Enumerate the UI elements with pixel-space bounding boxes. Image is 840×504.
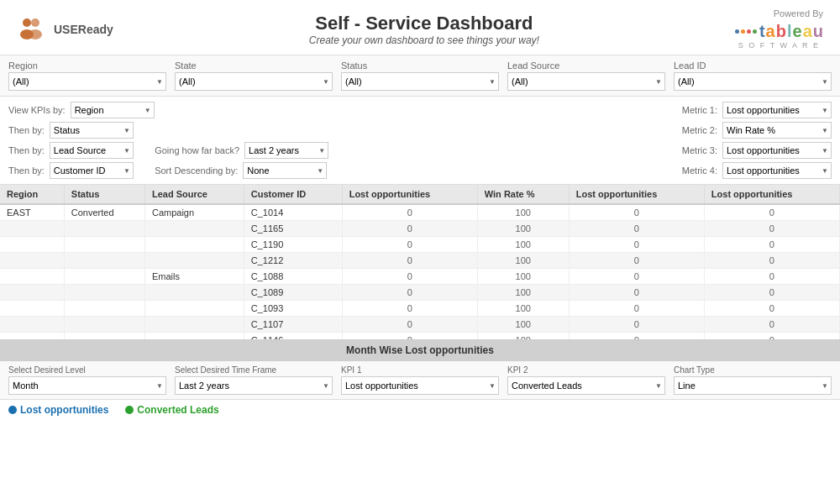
select-level-group: Select Desired Level Month	[8, 365, 166, 395]
view-kpis-select[interactable]: Region	[71, 102, 155, 118]
legend-item-converted[interactable]: Converted Leads	[125, 404, 218, 416]
chart-type-label: Chart Type	[674, 365, 832, 375]
table-cell: 100	[477, 204, 569, 221]
chart-type-group: Chart Type Line	[674, 365, 832, 395]
select-timeframe-select[interactable]: Last 2 years	[175, 376, 333, 395]
table-cell: 0	[569, 333, 704, 341]
metric2-label: Metric 2:	[682, 125, 717, 135]
select-timeframe-group: Select Desired Time Frame Last 2 years	[175, 365, 333, 395]
filters-row: Region (All) State (All) Status (All) Le…	[0, 55, 840, 97]
powered-area: Powered By tableau S O F T W A R E	[735, 8, 823, 50]
kpi2-label: KPI 2	[507, 365, 665, 375]
kpi2-group: KPI 2 Converted Leads	[507, 365, 665, 395]
svg-point-3	[29, 29, 42, 39]
chart-type-select-wrap[interactable]: Line	[674, 376, 832, 395]
status-select[interactable]: (All)	[341, 72, 499, 91]
kpi1-select-wrap[interactable]: Lost opportunities	[341, 376, 499, 395]
going-far-select[interactable]: Last 2 years	[244, 142, 328, 159]
metric1-row: Metric 1: Lost opportunities	[682, 102, 832, 118]
metric1-select[interactable]: Lost opportunities	[722, 102, 832, 118]
state-select[interactable]: (All)	[175, 72, 333, 91]
metric3-select[interactable]: Lost opportunities	[722, 142, 832, 159]
metric2-select[interactable]: Win Rate %	[722, 122, 832, 139]
metric2-select-wrap[interactable]: Win Rate %	[722, 122, 832, 139]
table-cell	[144, 253, 244, 269]
metric4-select[interactable]: Lost opportunities	[722, 162, 832, 179]
view-kpis-select-wrap[interactable]: Region	[71, 102, 155, 118]
metric4-label: Metric 4:	[682, 165, 717, 176]
table-cell: 0	[342, 269, 477, 285]
going-far-label: Going how far back?	[155, 145, 239, 155]
chart-type-select[interactable]: Line	[674, 376, 832, 395]
then-by-3-select-wrap[interactable]: Customer ID	[50, 162, 134, 179]
header: USEReady Self - Service Dashboard Create…	[0, 0, 840, 55]
region-select[interactable]: (All)	[8, 72, 166, 91]
col-lead-source: Lead Source	[144, 185, 244, 204]
region-select-wrapper[interactable]: (All)	[8, 72, 166, 91]
kpi1-select[interactable]: Lost opportunities	[341, 376, 499, 395]
select-level-select-wrap[interactable]: Month	[8, 376, 166, 395]
table-cell: 0	[342, 204, 477, 221]
table-cell: 0	[569, 221, 704, 237]
sort-desc-select[interactable]: None	[243, 162, 327, 179]
table-row: C_1190010000	[0, 237, 840, 253]
lead-source-filter-group: Lead Source (All)	[507, 60, 665, 91]
kpi-right: Metric 1: Lost opportunities Metric 2: W…	[420, 102, 832, 179]
then-by-2-select-wrap[interactable]: Lead Source	[50, 142, 134, 159]
table-cell: 0	[704, 333, 839, 341]
sort-desc-select-wrap[interactable]: None	[243, 162, 327, 179]
select-level-label: Select Desired Level	[8, 365, 166, 375]
select-level-select[interactable]: Month	[8, 376, 166, 395]
table-cell: 0	[342, 253, 477, 269]
view-kpis-row: View KPIs by: Region	[8, 102, 420, 118]
main-title: Self - Service Dashboard	[309, 13, 539, 34]
metric3-select-wrap[interactable]: Lost opportunities	[722, 142, 832, 159]
state-label: State	[175, 60, 333, 71]
table-row: EASTConvertedCampaignC_1014010000	[0, 204, 840, 221]
lead-id-select[interactable]: (All)	[674, 72, 832, 91]
lead-source-select-wrapper[interactable]: (All)	[507, 72, 665, 91]
table-cell: 0	[704, 204, 839, 221]
table-cell	[64, 285, 144, 301]
then-by-1-select[interactable]: Status	[50, 122, 134, 139]
metric4-select-wrap[interactable]: Lost opportunities	[722, 162, 832, 179]
kpi2-select[interactable]: Converted Leads	[507, 376, 665, 395]
table-cell: 0	[569, 285, 704, 301]
kpi1-label: KPI 1	[341, 365, 499, 375]
table-cell: C_1212	[244, 253, 342, 269]
sub-title: Create your own dashboard to see things …	[309, 34, 539, 46]
then-by-1-select-wrap[interactable]: Status	[50, 122, 134, 139]
then-by-2-row: Then by: Lead Source Going how far back?…	[8, 142, 420, 159]
table-cell: 0	[704, 221, 839, 237]
then-by-3-label: Then by:	[8, 165, 45, 176]
table-cell: 100	[477, 285, 569, 301]
select-timeframe-select-wrap[interactable]: Last 2 years	[175, 376, 333, 395]
kpi-controls: View KPIs by: Region Then by: Status The…	[0, 97, 840, 185]
going-far-select-wrap[interactable]: Last 2 years	[244, 142, 328, 159]
legend-label-lost-opp: Lost opportunities	[20, 404, 108, 416]
then-by-2-select[interactable]: Lead Source	[50, 142, 134, 159]
table-cell: EAST	[0, 204, 64, 221]
state-select-wrapper[interactable]: (All)	[175, 72, 333, 91]
then-by-3-select[interactable]: Customer ID	[50, 162, 134, 179]
legend-item-lost-opp[interactable]: Lost opportunities	[8, 404, 108, 416]
table-cell: 0	[704, 301, 839, 317]
metric1-select-wrap[interactable]: Lost opportunities	[722, 102, 832, 118]
table-cell	[64, 269, 144, 285]
table-cell	[64, 333, 144, 341]
table-row: C_1212010000	[0, 253, 840, 269]
col-lost-opp-2: Lost opportunities	[569, 185, 704, 204]
table-cell: C_1190	[244, 237, 342, 253]
status-select-wrapper[interactable]: (All)	[341, 72, 499, 91]
kpi2-select-wrap[interactable]: Converted Leads	[507, 376, 665, 395]
table-cell	[0, 333, 64, 341]
lead-id-select-wrapper[interactable]: (All)	[674, 72, 832, 91]
table-cell	[144, 237, 244, 253]
lead-id-label: Lead ID	[674, 60, 832, 71]
status-label: Status	[341, 60, 499, 71]
lead-source-select[interactable]: (All)	[507, 72, 665, 91]
table-header-row: Region Status Lead Source Customer ID Lo…	[0, 185, 840, 204]
table-cell	[144, 317, 244, 333]
lead-source-label: Lead Source	[507, 60, 665, 71]
logo-area: USEReady	[17, 14, 113, 45]
